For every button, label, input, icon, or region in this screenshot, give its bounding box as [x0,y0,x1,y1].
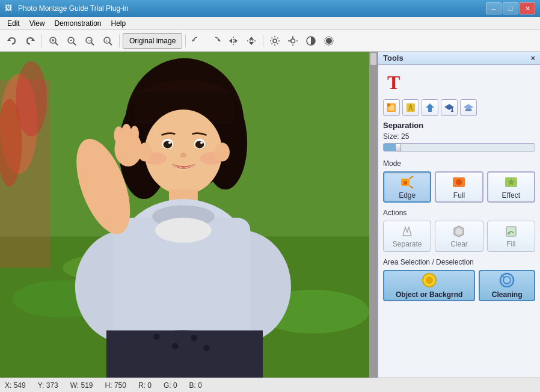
svg-point-43 [144,109,222,195]
flip-h-button[interactable] [225,32,242,49]
fill-icon [505,225,518,238]
clear-button[interactable]: Clear [435,221,483,252]
zoom-fit-button[interactable]: ↔ [81,32,98,49]
svg-point-71 [203,345,209,351]
separator-2 [119,34,120,47]
status-bar: X: 549 Y: 373 W: 519 H: 750 R: 0 G: 0 B:… [0,378,540,392]
image-container [0,52,369,378]
close-button[interactable]: ✕ [520,2,535,14]
svg-rect-67 [106,331,263,378]
menu-help[interactable]: Help [106,18,131,29]
object-backgrnd-label: Object or Backgrnd [396,290,462,299]
svg-rect-80 [451,111,453,112]
text-tool-icon[interactable]: T [383,70,404,96]
tools-close-button[interactable]: × [530,54,535,63]
arrow-tool-icon [425,102,435,113]
object-backgrnd-button[interactable]: Object or Backgrnd [383,270,475,301]
flip-v-icon [246,35,257,46]
svg-point-70 [191,335,197,341]
zoom-out-button[interactable] [63,32,80,49]
redo-button[interactable] [22,32,38,49]
svg-point-88 [456,179,462,185]
mode-edge-button[interactable]: Edge [383,171,431,203]
actions-label: Actions [383,209,535,217]
menu-demonstration[interactable]: Demonstration [49,18,106,29]
svg-point-94 [508,232,510,234]
svg-point-47 [195,141,204,148]
title-bar: 🖼 Photo Montage Guide Trial Plug-in – □ … [0,0,540,17]
undo-icon [7,35,17,46]
toolbar: ↔ 1:1 Original image [0,30,540,52]
arrow-tool-button[interactable] [422,99,438,116]
svg-line-10 [91,43,94,45]
mode-full-label: Full [453,191,465,200]
fill-button[interactable]: Fill [487,221,535,252]
minimize-button[interactable]: – [486,2,502,14]
svg-rect-75 [387,103,390,106]
clear-icon [452,225,465,238]
settings2-button[interactable] [284,32,301,49]
undo-button[interactable] [4,32,20,49]
original-image-button[interactable]: Original image [123,33,182,49]
svg-point-23 [273,39,277,43]
settings1-button[interactable] [266,32,283,49]
svg-point-49 [200,141,203,144]
hat2-tool-button[interactable] [460,99,477,116]
tools-header: Tools × [378,52,540,65]
mode-edge-label: Edge [399,191,416,200]
svg-point-48 [168,141,171,144]
status-x: X: 549 [5,381,26,390]
rotate-ccw-icon [192,35,203,46]
contrast-button[interactable] [302,32,319,49]
cleaning-label: Cleaning [492,290,523,299]
svg-point-54 [215,142,230,161]
svg-marker-19 [235,38,238,43]
svg-point-69 [172,343,178,349]
svg-point-65 [130,126,139,142]
svg-marker-18 [229,38,232,43]
status-y: Y: 373 [38,381,58,390]
rotate-cw-icon [210,35,221,46]
separation-label: Separation [383,121,535,130]
menu-edit[interactable]: Edit [2,18,25,29]
canvas-scrollbar[interactable] [369,52,378,378]
svg-line-8 [73,43,76,45]
svg-point-26 [326,38,332,44]
separate-label: Separate [393,240,422,248]
zoom-in-button[interactable] [45,32,62,49]
selection-tool-button[interactable] [383,99,400,116]
redo-icon [25,35,35,46]
canvas-area[interactable] [0,52,378,378]
flip-v-button[interactable] [243,32,260,49]
rotate-ccw-button[interactable] [189,32,206,49]
svg-point-50 [180,153,186,158]
separate-button[interactable]: Separate [383,221,431,252]
status-b: B: 0 [189,381,202,390]
maximize-button[interactable]: □ [503,2,518,14]
size-label: Size: 25 [383,132,535,141]
brightness-button[interactable] [321,32,337,49]
separate-icon [400,225,414,238]
mode-effect-button[interactable]: Effect [487,171,535,203]
hat2-tool-icon [463,102,474,113]
svg-rect-79 [452,107,453,111]
status-h: H: 750 [105,381,126,390]
svg-point-82 [465,109,472,111]
settings2-icon [287,35,298,46]
cleaning-button[interactable]: Cleaning [479,270,535,301]
svg-line-13 [109,43,112,45]
status-g: G: 0 [164,381,177,390]
hat-tool-button[interactable] [441,99,458,116]
menu-view[interactable]: View [25,18,50,29]
zoom-actual-button[interactable]: 1:1 [99,32,116,49]
mode-full-button[interactable]: Full [435,171,483,203]
svg-line-86 [410,186,413,188]
svg-line-5 [55,43,58,45]
zoom-out-icon [66,35,77,46]
rotate-cw-button[interactable] [207,32,224,49]
main-image [0,52,369,378]
size-slider[interactable] [383,143,535,152]
paint-tool-button[interactable] [402,99,419,116]
status-w: W: 519 [70,381,93,390]
zoom-fit-icon: ↔ [84,35,95,46]
